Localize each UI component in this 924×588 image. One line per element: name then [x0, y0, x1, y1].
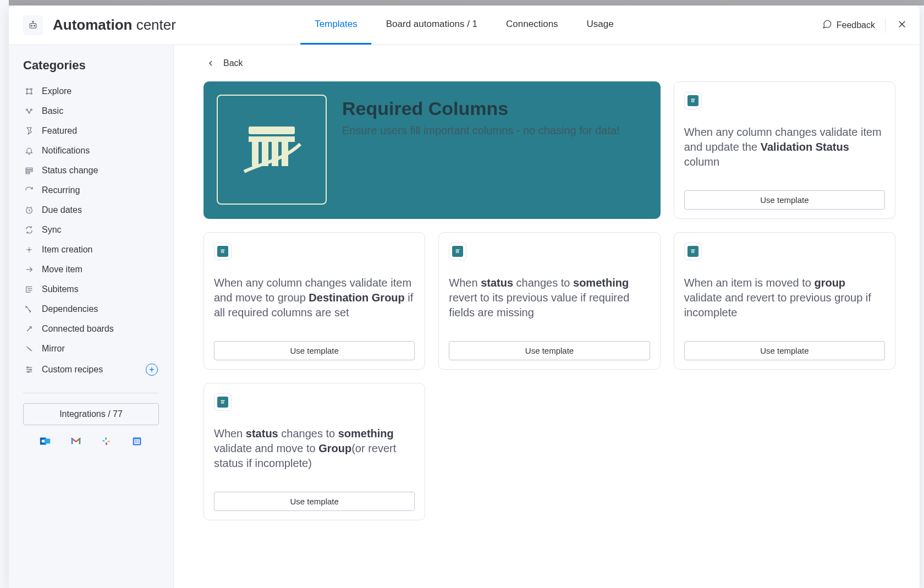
back-label: Back: [223, 58, 243, 68]
template-card[interactable]: When any column changes validate item an…: [674, 81, 895, 219]
chevron-left-icon: [206, 58, 216, 68]
svg-rect-68: [223, 251, 224, 254]
category-explore[interactable]: Explore: [20, 81, 162, 101]
main-content: Back: [174, 45, 920, 588]
header-tabs: TemplatesBoard automations / 1Connection…: [300, 6, 628, 45]
modal-header: Automation center TemplatesBoard automat…: [9, 6, 920, 45]
template-description: When an item is moved to group validate …: [684, 276, 885, 331]
close-icon: [897, 19, 907, 31]
category-item-creation[interactable]: Item creation: [20, 240, 162, 260]
svg-rect-59: [272, 142, 278, 166]
category-status-change[interactable]: Status change: [20, 161, 162, 180]
svg-rect-20: [26, 168, 32, 169]
use-template-button[interactable]: Use template: [214, 341, 415, 360]
outlook-icon[interactable]: [39, 435, 51, 447]
svg-line-18: [28, 110, 29, 112]
category-sync[interactable]: Sync: [20, 220, 162, 240]
use-template-button[interactable]: Use template: [684, 190, 885, 210]
use-template-button[interactable]: Use template: [449, 341, 650, 360]
category-due-dates[interactable]: Due dates: [20, 200, 162, 220]
svg-rect-65: [221, 250, 225, 251]
category-dependencies[interactable]: Dependencies: [20, 299, 162, 319]
svg-rect-57: [252, 142, 258, 166]
hero-banner: Required Columns Ensure users fill impor…: [204, 81, 661, 219]
svg-rect-70: [456, 251, 457, 254]
divider: [885, 18, 886, 33]
obscured-left-rail: [0, 0, 9, 588]
subitems-icon: [24, 284, 34, 294]
back-button[interactable]: Back: [206, 58, 895, 68]
svg-rect-78: [221, 402, 222, 404]
template-card[interactable]: When status changes to something revert …: [438, 232, 660, 370]
featured-icon: [24, 126, 34, 136]
svg-rect-73: [691, 250, 695, 251]
category-label: Recurring: [42, 185, 80, 195]
category-move-item[interactable]: Move item: [20, 260, 162, 279]
obscured-background: [0, 0, 924, 6]
hero-subtitle: Ensure users fill important columns - no…: [342, 123, 620, 138]
svg-rect-51: [106, 443, 108, 445]
template-description: When status changes to something validat…: [214, 426, 415, 482]
plus-icon: [24, 245, 34, 255]
categories-list: ExploreBasicFeaturedNotificationsStatus …: [20, 81, 162, 381]
tab-connections[interactable]: Connections: [492, 6, 573, 45]
tab-templates[interactable]: Templates: [300, 6, 371, 45]
svg-point-1: [31, 25, 32, 26]
close-button[interactable]: [895, 19, 909, 32]
category-mirror[interactable]: Mirror: [20, 339, 162, 359]
category-featured[interactable]: Featured: [20, 121, 162, 141]
modal-body: Categories ExploreBasicFeaturedNotificat…: [9, 45, 920, 588]
svg-rect-21: [26, 170, 32, 172]
category-label: Featured: [42, 126, 77, 136]
svg-point-41: [27, 367, 29, 369]
category-label: Status change: [42, 166, 98, 175]
sync-icon: [24, 225, 34, 235]
tab-board-automations-1[interactable]: Board automations / 1: [372, 6, 492, 45]
app-icon: [684, 243, 702, 260]
use-template-button[interactable]: Use template: [684, 341, 885, 360]
template-card[interactable]: When any column changes validate item an…: [204, 232, 425, 370]
gmail-icon[interactable]: [70, 435, 82, 447]
hero-title: Required Columns: [342, 98, 620, 119]
svg-point-16: [31, 109, 32, 111]
svg-point-4: [32, 21, 34, 22]
clock-icon: [24, 205, 34, 215]
mirror-icon: [24, 344, 34, 354]
slack-icon[interactable]: [100, 435, 112, 447]
category-recurring[interactable]: Recurring: [20, 180, 162, 200]
template-description: When any column changes validate item an…: [684, 125, 885, 180]
svg-rect-79: [222, 402, 223, 404]
tab-usage[interactable]: Usage: [573, 6, 628, 45]
feedback-button[interactable]: Feedback: [822, 19, 875, 31]
category-label: Subitems: [42, 284, 79, 294]
category-notifications[interactable]: Notifications: [20, 141, 162, 161]
use-template-button[interactable]: Use template: [214, 492, 415, 511]
template-description: When any column changes validate item an…: [214, 276, 415, 331]
svg-rect-66: [221, 251, 222, 254]
category-basic[interactable]: Basic: [20, 101, 162, 121]
category-label: Sync: [42, 225, 62, 235]
add-recipe-icon[interactable]: +: [146, 364, 158, 376]
svg-rect-22: [26, 172, 30, 174]
category-label: Dependencies: [42, 304, 98, 314]
category-connected-boards[interactable]: Connected boards: [20, 319, 162, 339]
integrations-button[interactable]: Integrations / 77: [23, 403, 159, 425]
category-custom-recipes[interactable]: Custom recipes+: [20, 359, 162, 381]
svg-point-15: [26, 109, 28, 111]
svg-rect-62: [691, 100, 692, 103]
deps-icon: [24, 304, 34, 314]
template-card[interactable]: When an item is moved to group validate …: [674, 232, 895, 370]
svg-point-8: [31, 89, 32, 90]
basic-icon: [24, 106, 34, 116]
category-label: Connected boards: [42, 324, 114, 334]
svg-point-17: [29, 112, 30, 113]
svg-rect-49: [106, 437, 107, 439]
template-card[interactable]: When status changes to something validat…: [204, 383, 425, 520]
integration-icons-row: 31: [20, 435, 162, 447]
explore-icon: [24, 86, 34, 96]
category-subitems[interactable]: Subitems: [20, 279, 162, 299]
google-calendar-icon[interactable]: 31: [131, 435, 143, 447]
categories-title: Categories: [23, 58, 162, 73]
svg-rect-61: [691, 99, 695, 100]
svg-rect-67: [222, 251, 223, 254]
